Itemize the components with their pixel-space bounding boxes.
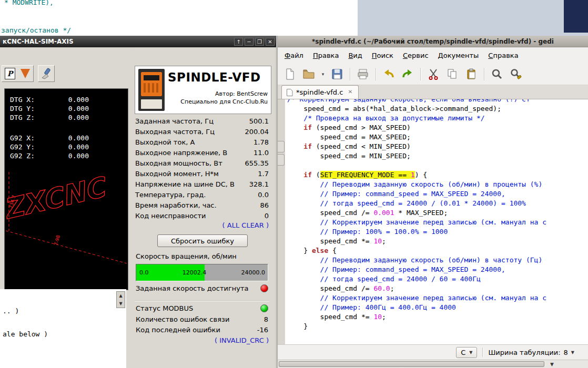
print-icon	[357, 68, 369, 80]
dro-gap	[10, 122, 89, 134]
maximize-button[interactable]: ❐	[255, 38, 264, 46]
close-button[interactable]: ✕	[266, 38, 275, 46]
vfd-param-label: Выходная мощность, Вт	[135, 159, 222, 167]
side-pane-handle[interactable]	[278, 154, 285, 166]
vfd-device-image	[138, 69, 165, 111]
speed-reached-led-icon	[260, 284, 268, 292]
vfd-param-row: Температура, град.0.0	[135, 189, 269, 200]
gedit-titlebar[interactable]: *spindle-vfd.c (~/Рабочий стол/temp/spin…	[278, 36, 588, 47]
menu-item-4[interactable]: Сервис	[398, 49, 433, 62]
gedit-toolbar: ▾	[278, 63, 588, 85]
tab-spindle-vfd[interactable]: *spindle-vfd.c ✕	[281, 85, 359, 99]
vfd-panel-title: SPINDLE-VFD	[168, 70, 261, 84]
vfd-param-label: Выходная частота, Гц	[135, 128, 215, 136]
mini-scrollbar[interactable]: ▲ ▼	[116, 291, 125, 308]
dro-label: G92 X:	[10, 134, 48, 143]
menu-item-1[interactable]: Правка	[308, 49, 343, 62]
gedit-window-title: *spindle-vfd.c (~/Рабочий стол/temp/spin…	[312, 38, 554, 45]
open-button[interactable]	[300, 65, 318, 83]
redo-button[interactable]	[399, 65, 417, 83]
vfd-param-label: Выходной ток, А	[135, 138, 195, 146]
vfd-param-value: 655.35	[245, 159, 269, 167]
horizontal-scrollbar[interactable]: ▼	[278, 360, 588, 368]
vfd-param-label: Напряжение на шине DC, В	[135, 180, 235, 188]
toolbar-separator	[376, 68, 376, 80]
dro-row: G92 X:0.000	[10, 134, 89, 143]
code-line: // Пример: 100% = 100.0% = 1000	[287, 227, 546, 237]
scroll-down-icon[interactable]: ▼	[547, 360, 557, 368]
statusbar-separator	[482, 347, 483, 357]
code-area[interactable]: /* Корректируем заданную скорость, если …	[287, 99, 546, 331]
code-line: speed_cmd /= 60.0;	[287, 284, 546, 293]
vfd-param-value: 1.7	[258, 170, 269, 178]
last-error-value: -16	[257, 326, 268, 334]
scroll-down-icon[interactable]: ▼	[119, 301, 122, 306]
vfd-param-value: 1.78	[254, 138, 269, 146]
new-file-button[interactable]	[281, 65, 299, 83]
toolbar-separator	[350, 68, 350, 80]
minimize-button[interactable]: −	[245, 38, 254, 46]
clear-plot-icon	[40, 67, 53, 80]
axis-titlebar[interactable]: кCNC-HAL-SIM-AXIS ↑ − ❐ ✕	[0, 36, 276, 47]
vfd-param-label: Выходной момент, Н*м	[135, 170, 219, 178]
vfd-param-value: 500.1	[249, 117, 269, 125]
tool-cone-icon	[21, 69, 30, 78]
code-line: // Пример: command_speed = MAX_SPEED = 2…	[287, 265, 546, 274]
vfd-param-row: Выходной ток, А1.78	[135, 137, 269, 147]
spindle-speed-label: Скорость вращения, об/мин	[136, 252, 237, 260]
tab-close-icon[interactable]: ✕	[346, 88, 354, 96]
text-editor-view[interactable]: /* Корректируем заданную скорость, если …	[285, 99, 588, 344]
copy-button[interactable]	[443, 65, 461, 83]
code-line: // Переводим заданную скорость (об/мин) …	[287, 180, 546, 189]
clear-plot-button[interactable]	[39, 67, 53, 80]
open-dropdown-button[interactable]: ▾	[319, 65, 327, 83]
dro-row: G92 Y:0.000	[10, 143, 89, 152]
language-combo[interactable]: C ▼	[456, 347, 477, 358]
undo-button[interactable]	[380, 65, 398, 83]
open-folder-icon	[302, 68, 315, 80]
language-value: C	[461, 349, 465, 356]
reset-error-button[interactable]: Сбросить ошибку	[157, 234, 248, 247]
code-line: speed_cmd = MAX_SPEED;	[287, 132, 546, 142]
code-line: // Переводим заданную скорость (об/мин) …	[287, 255, 546, 265]
scrollbar-thumb[interactable]	[279, 361, 544, 367]
dro-value: 0.000	[48, 96, 89, 105]
program-icon: P	[5, 68, 15, 79]
modbus-status-row: Статус MODBUS	[136, 304, 268, 312]
menu-item-0[interactable]: Файл	[280, 49, 308, 62]
print-button[interactable]	[354, 65, 372, 83]
code-line: // Пример: command_speed = MAX_SPEED = 2…	[287, 189, 546, 199]
tab-width-combo[interactable]: Ширина табуляции: 8 ▼	[488, 349, 574, 356]
code-line: speed_cmd *= 10;	[287, 312, 546, 322]
code-line: if (SET_FREQUENCY_MODE == 1) {	[287, 170, 546, 180]
menu-item-6[interactable]: Справка	[483, 49, 523, 62]
vfd-param-row: Напряжение на шине DC, В328.1	[135, 179, 269, 189]
menu-item-2[interactable]: Вид	[343, 49, 367, 62]
preview-canvas[interactable]: DTG X:0.000DTG Y:0.000DTG Z:0.000G92 X:0…	[4, 88, 128, 290]
dro-label: G92 Y:	[10, 143, 48, 152]
rollup-button[interactable]: ↑	[234, 38, 243, 46]
vfd-param-value: 328.1	[249, 180, 269, 188]
modbus-status-label: Статус MODBUS	[136, 304, 193, 312]
desktop: * MODWRITE), запуск/останов */ кCNC-HAL-…	[0, 0, 588, 368]
vfd-dedication: Специально для Cnc-Club.Ru	[180, 98, 268, 105]
program-button[interactable]: P	[3, 67, 17, 80]
paste-icon	[465, 68, 478, 80]
find-replace-button[interactable]	[507, 65, 525, 83]
paste-button[interactable]	[462, 65, 480, 83]
side-pane-handle[interactable]	[278, 141, 285, 152]
menu-item-3[interactable]: Поиск	[367, 49, 398, 62]
scroll-up-icon[interactable]: ▲	[119, 293, 122, 298]
vfd-param-label: Код неисправности	[135, 212, 206, 220]
tool-button[interactable]	[18, 67, 32, 80]
toolbar-separator	[484, 68, 484, 80]
vfd-param-value: 11.0	[254, 149, 269, 157]
find-button[interactable]	[488, 65, 506, 83]
backplot-graphics: ZXCNC 734.7 T-98	[5, 167, 128, 290]
code-line: // тогда speed_cmd = 24000 / (0.01 * 240…	[287, 199, 546, 208]
vfd-param-row: Время наработки, час.86	[135, 200, 269, 210]
menu-item-5[interactable]: Документы	[433, 49, 484, 62]
code-line: if (speed_cmd > MAX_SPEED)	[287, 123, 546, 132]
cut-button[interactable]	[424, 65, 442, 83]
save-button[interactable]	[328, 65, 346, 83]
